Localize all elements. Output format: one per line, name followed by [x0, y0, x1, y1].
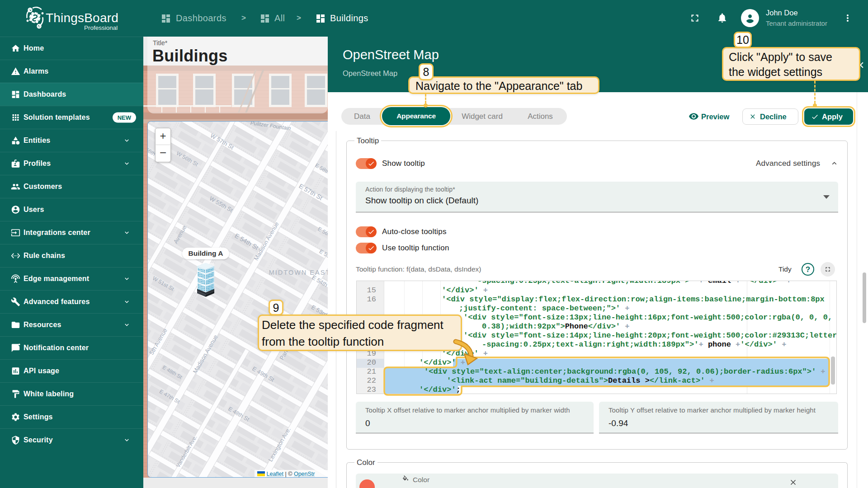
svg-text:MIDTOWN EAST: MIDTOWN EAST — [269, 269, 328, 276]
